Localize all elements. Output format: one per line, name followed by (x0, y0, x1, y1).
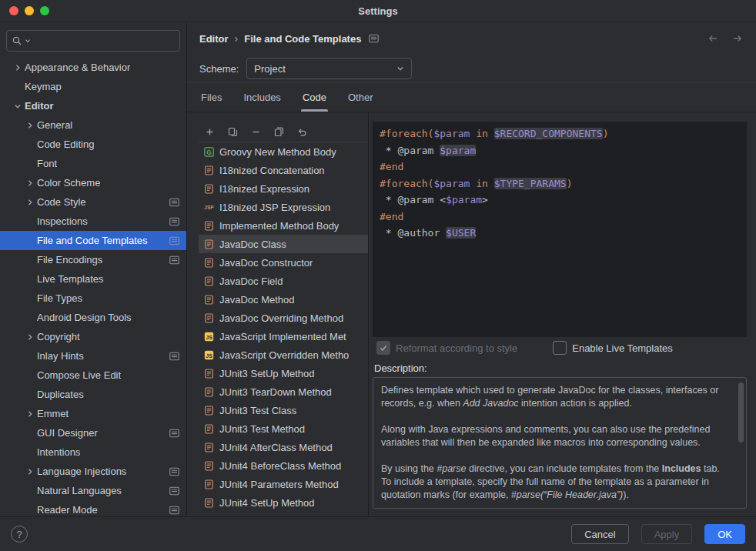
sidebar-item-code-editing[interactable]: Code Editing (0, 135, 186, 154)
template-item-implemented-method-body[interactable]: Implemented Method Body (199, 216, 368, 235)
template-item-junit4-parameters-method[interactable]: JUnit4 Parameters Method (199, 475, 368, 493)
sidebar-item-editor[interactable]: Editor (0, 96, 186, 115)
sidebar-item-duplicates[interactable]: Duplicates (0, 385, 186, 404)
reset-template-button[interactable] (296, 125, 308, 138)
template-item-junit4-beforeclass-method[interactable]: JUnit4 BeforeClass Method (199, 456, 368, 475)
template-file-icon (203, 258, 215, 268)
chevron-right-icon[interactable] (23, 122, 37, 129)
template-item-javadoc-class[interactable]: JavaDoc Class (199, 235, 368, 253)
remove-template-button[interactable] (249, 125, 262, 138)
sidebar-item-inlay-hints[interactable]: Inlay Hints (0, 346, 186, 366)
traffic-lights (9, 6, 49, 15)
chevron-right-icon[interactable] (23, 410, 37, 418)
tab-other[interactable]: Other (348, 83, 373, 112)
svg-text:G: G (206, 148, 212, 155)
sidebar-item-file-types[interactable]: File Types (0, 289, 186, 308)
cancel-button[interactable]: Cancel (571, 524, 628, 544)
sidebar-item-android-design-tools[interactable]: Android Design Tools (0, 308, 186, 327)
breadcrumb-root[interactable]: Editor (199, 33, 229, 45)
template-item-i18nized-expression[interactable]: I18nized Expression (199, 179, 368, 198)
sidebar-item-general[interactable]: General (0, 115, 186, 135)
template-item-label: Groovy New Method Body (219, 146, 336, 158)
sidebar-item-live-templates[interactable]: Live Templates (0, 269, 186, 289)
sidebar-item-code-style[interactable]: Code Style (0, 192, 186, 212)
template-item-junit3-test-class[interactable]: JUnit3 Test Class (199, 401, 368, 419)
sidebar-item-color-scheme[interactable]: Color Scheme (0, 173, 186, 192)
search-input[interactable] (33, 35, 175, 48)
sidebar-item-emmet[interactable]: Emmet (0, 404, 186, 423)
template-item-javascript-implemented-met[interactable]: JSJavaScript Implemented Met (199, 327, 368, 346)
sidebar-item-appearance-behavior[interactable]: Appearance & Behavior (0, 58, 186, 77)
chevron-right-icon[interactable] (23, 468, 37, 476)
search-history-chevron-icon[interactable] (25, 38, 31, 44)
template-item-label: JUnit3 TearDown Method (219, 386, 332, 398)
scheme-dropdown[interactable]: Project (246, 58, 412, 79)
sidebar-item-natural-languages[interactable]: Natural Languages (0, 481, 186, 500)
sidebar-item-reader-mode[interactable]: Reader Mode (0, 500, 186, 516)
template-item-label: I18nized Concatenation (219, 165, 325, 176)
sidebar-item-inspections[interactable]: Inspections (0, 212, 186, 231)
chevron-right-icon[interactable] (23, 199, 37, 206)
help-button[interactable]: ? (11, 526, 28, 543)
template-file-icon (203, 369, 215, 379)
template-item-label: I18nized JSP Expression (219, 202, 330, 213)
sidebar-item-copyright[interactable]: Copyright (0, 327, 186, 346)
template-code-editor[interactable]: #foreach($param in $RECORD_COMPONENTS) *… (373, 122, 747, 337)
create-child-template-button[interactable] (226, 125, 239, 138)
chevron-right-icon[interactable] (11, 64, 25, 72)
sidebar-item-language-injections[interactable]: Language Injections (0, 462, 186, 481)
template-file-icon (203, 461, 215, 471)
template-item-javascript-overridden-metho[interactable]: JSJavaScript Overridden Metho (199, 346, 368, 364)
template-item-label: I18nized Expression (219, 183, 309, 195)
tab-includes[interactable]: Includes (243, 83, 280, 112)
project-scope-icon (169, 236, 179, 245)
sidebar-item-file-and-code-templates[interactable]: File and Code Templates (0, 231, 186, 250)
reformat-checkbox[interactable] (376, 341, 390, 355)
apply-button[interactable]: Apply (641, 524, 693, 544)
template-item-label: JavaDoc Overriding Method (219, 312, 343, 324)
sidebar-item-gui-designer[interactable]: GUI Designer (0, 423, 186, 442)
tab-code[interactable]: Code (303, 83, 326, 112)
chevron-right-icon[interactable] (23, 333, 37, 341)
sidebar-item-compose-live-edit[interactable]: Compose Live Edit (0, 366, 186, 385)
sidebar-item-label: Inspections (37, 215, 88, 227)
template-item-junit3-test-method[interactable]: JUnit3 Test Method (199, 419, 368, 438)
template-item-javadoc-overriding-method[interactable]: JavaDoc Overriding Method (199, 309, 368, 327)
add-template-button[interactable] (203, 125, 216, 138)
sidebar-item-intentions[interactable]: Intentions (0, 442, 186, 462)
template-item-label: JavaDoc Class (219, 239, 286, 250)
template-item-groovy-new-method-body[interactable]: GGroovy New Method Body (199, 142, 368, 161)
template-item-label: JUnit4 Parameters Method (219, 479, 339, 490)
template-item-i18nized-concatenation[interactable]: I18nized Concatenation (199, 161, 368, 179)
chevron-down-icon[interactable] (11, 102, 25, 110)
settings-search-box[interactable] (6, 30, 180, 52)
back-button[interactable] (707, 33, 719, 44)
ok-button[interactable]: OK (704, 524, 745, 544)
template-item-javadoc-method[interactable]: JavaDoc Method (199, 290, 368, 309)
sidebar-item-keymap[interactable]: Keymap (0, 77, 186, 96)
live-templates-checkbox[interactable] (553, 341, 567, 355)
sidebar-item-font[interactable]: Font (0, 154, 186, 173)
template-item-junit3-setup-method[interactable]: JUnit3 SetUp Method (199, 364, 368, 382)
template-item-junit4-setup-method[interactable]: JUnit4 SetUp Method (199, 493, 368, 512)
sidebar-item-label: Live Templates (37, 273, 103, 285)
template-item-label: JavaDoc Field (219, 276, 283, 287)
project-scope-icon (169, 352, 179, 361)
description-text: Defines template which used to generate … (381, 384, 731, 509)
zoom-button[interactable] (40, 6, 49, 15)
template-item-javadoc-constructor[interactable]: JavaDoc Constructor (199, 253, 368, 272)
close-button[interactable] (9, 6, 18, 15)
project-scope-icon (169, 255, 179, 265)
template-item-javadoc-field[interactable]: JavaDoc Field (199, 272, 368, 290)
tab-files[interactable]: Files (201, 83, 222, 112)
forward-button[interactable] (731, 33, 744, 44)
template-item-i18nized-jsp-expression[interactable]: JSPI18nized JSP Expression (199, 198, 368, 216)
template-item-label: JavaScript Implemented Met (219, 331, 346, 342)
template-item-junit3-teardown-method[interactable]: JUnit3 TearDown Method (199, 382, 368, 401)
description-scrollbar[interactable] (738, 382, 744, 442)
template-item-junit4-afterclass-method[interactable]: JUnit4 AfterClass Method (199, 438, 368, 456)
duplicate-template-button[interactable] (273, 125, 285, 138)
minimize-button[interactable] (25, 6, 34, 15)
chevron-right-icon[interactable] (23, 179, 37, 187)
sidebar-item-file-encodings[interactable]: File Encodings (0, 250, 186, 269)
